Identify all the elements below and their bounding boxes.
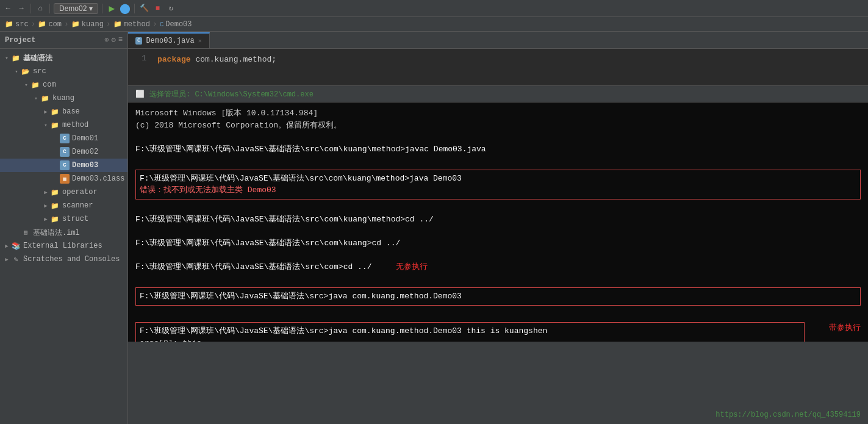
console-line: F:\班级管理\网课班\代码\JavaSE\基础语法\src\com\kuang… bbox=[135, 214, 861, 226]
tree-demo03[interactable]: C Demo03 bbox=[0, 159, 127, 172]
console-title-bar: ⬜ 选择管理员: C:\Windows\System32\cmd.exe bbox=[128, 85, 868, 102]
package-keyword: package bbox=[157, 55, 191, 64]
stop-icon[interactable]: ■ bbox=[152, 3, 163, 14]
breadcrumb-kuang[interactable]: 📁 kuang bbox=[71, 20, 104, 29]
tab-close-button[interactable]: ✕ bbox=[198, 37, 202, 45]
add-icon[interactable]: ⊕ bbox=[104, 35, 109, 45]
console-error-line: 错误：找不到或无法加载主类 Demo03 bbox=[140, 184, 856, 196]
toolbar-sep3 bbox=[102, 4, 102, 13]
annotation-wucan: 无参执行 bbox=[396, 261, 428, 273]
iml-icon: ▤ bbox=[21, 228, 30, 237]
expand-arrow: ▶ bbox=[41, 203, 50, 209]
java-file-icon: C bbox=[60, 134, 70, 143]
folder-icon: 📁 bbox=[38, 20, 46, 28]
settings-icon[interactable]: ⚙ bbox=[112, 35, 116, 45]
build-icon[interactable]: 🔨 bbox=[138, 3, 149, 14]
scanner-label: scanner bbox=[62, 201, 93, 210]
expand-arrow: ▶ bbox=[2, 256, 11, 263]
console-line bbox=[135, 308, 861, 320]
com-label: com bbox=[43, 81, 56, 89]
folder-icon: 📁 bbox=[50, 187, 60, 197]
tree-scratches[interactable]: ▶ ✎ Scratches and Consoles bbox=[0, 253, 127, 266]
extlib-label: External Libraries bbox=[23, 242, 102, 250]
console-line bbox=[135, 202, 861, 214]
tree-method[interactable]: ▾ 📁 method bbox=[0, 118, 127, 132]
forward-icon[interactable]: → bbox=[16, 3, 27, 14]
folder-icon: 📁 bbox=[50, 201, 60, 210]
tree-iml[interactable]: ▤ 基础语法.iml bbox=[0, 226, 127, 239]
java-tab-icon: C bbox=[135, 37, 142, 45]
folder-icon: 📁 bbox=[11, 53, 21, 63]
home-icon[interactable]: ⌂ bbox=[35, 3, 46, 14]
run-button[interactable]: ▶ bbox=[106, 3, 117, 14]
operator-label: operator bbox=[62, 188, 98, 196]
console-line: F:\班级管理\网课班\代码\JavaSE\基础语法\src\com>cd ..… bbox=[135, 261, 371, 273]
scratches-icon: ✎ bbox=[11, 254, 21, 264]
folder-icon: 📁 bbox=[40, 93, 50, 103]
expand-arrow: ▾ bbox=[12, 68, 21, 75]
expand-arrow: ▶ bbox=[41, 109, 50, 115]
editor-content[interactable]: package com.kuang.method; bbox=[152, 54, 868, 81]
tree-root[interactable]: ▾ 📁 基础语法 bbox=[0, 51, 127, 65]
src-folder-icon: 📂 bbox=[21, 66, 30, 76]
expand-arrow: ▾ bbox=[2, 55, 11, 62]
console-line: F:\班级管理\网课班\代码\JavaSE\基础语法\src\com\kuang… bbox=[135, 143, 861, 156]
right-content: C Demo03.java ✕ 1 package com.kuang.meth… bbox=[128, 32, 868, 424]
java-file-icon: C bbox=[160, 21, 164, 28]
tree-extlib[interactable]: ▶ 📚 External Libraries bbox=[0, 239, 127, 253]
tree-scanner[interactable]: ▶ 📁 scanner bbox=[0, 199, 127, 212]
update-icon[interactable]: ↻ bbox=[165, 3, 176, 14]
expand-arrow: ▶ bbox=[2, 243, 11, 250]
tree-com[interactable]: ▾ 📁 com bbox=[0, 78, 127, 92]
struct-label: struct bbox=[62, 215, 88, 223]
chevron-down-icon: ▾ bbox=[89, 4, 93, 13]
tree-demo03-class[interactable]: ▦ Demo03.class bbox=[0, 172, 127, 185]
lib-icon: 📚 bbox=[11, 241, 21, 251]
editor-area: 1 package com.kuang.method; bbox=[128, 49, 868, 85]
tab-demo03[interactable]: C Demo03.java ✕ bbox=[128, 32, 210, 48]
breadcrumb: 📁 src › 📁 com › 📁 kuang › 📁 method › C D… bbox=[0, 17, 868, 32]
console-line: F:\班级管理\网课班\代码\JavaSE\基础语法\src>java com.… bbox=[140, 290, 856, 303]
console-line: Microsoft Windows [版本 10.0.17134.984] bbox=[135, 107, 861, 120]
tree-demo01[interactable]: C Demo01 bbox=[0, 132, 127, 145]
console-wrapper: ⬜ 选择管理员: C:\Windows\System32\cmd.exe Mic… bbox=[128, 85, 868, 342]
tree-demo02[interactable]: C Demo02 bbox=[0, 145, 127, 159]
folder-icon: 📁 bbox=[50, 214, 60, 224]
debug-button[interactable]: ⬤ bbox=[120, 3, 131, 14]
panel-header: Project ⊕ ⚙ ≡ bbox=[0, 32, 127, 49]
iml-label: 基础语法.iml bbox=[33, 228, 80, 238]
folder-icon: 📁 bbox=[113, 20, 122, 28]
panel-title: Project bbox=[5, 36, 35, 45]
console-line: F:\班级管理\网课班\代码\JavaSE\基础语法\src>java com.… bbox=[140, 325, 800, 337]
folder-icon: 📁 bbox=[30, 80, 40, 90]
console-body[interactable]: Microsoft Windows [版本 10.0.17134.984] (c… bbox=[128, 102, 868, 342]
toolbar-sep1 bbox=[30, 4, 31, 13]
breadcrumb-com[interactable]: 📁 com bbox=[38, 20, 62, 29]
tree-kuang[interactable]: ▾ 📁 kuang bbox=[0, 92, 127, 105]
breadcrumb-method[interactable]: 📁 method bbox=[113, 20, 150, 29]
folder-icon: 📁 bbox=[50, 120, 60, 130]
breadcrumb-demo03[interactable]: C Demo03 bbox=[160, 20, 192, 29]
breadcrumb-src[interactable]: 📁 src bbox=[5, 20, 29, 29]
tree-src[interactable]: ▾ 📂 src bbox=[0, 65, 127, 78]
tab-bar: C Demo03.java ✕ bbox=[128, 32, 868, 49]
demo01-label: Demo01 bbox=[72, 134, 98, 143]
project-selector[interactable]: Demo02 ▾ bbox=[54, 3, 98, 14]
scratches-label: Scratches and Consoles bbox=[23, 255, 120, 264]
expand-arrow: ▶ bbox=[41, 189, 50, 196]
console-line bbox=[135, 273, 861, 286]
tree-operator[interactable]: ▶ 📁 operator bbox=[0, 185, 127, 199]
method-label: method bbox=[62, 121, 88, 129]
console-line bbox=[135, 155, 861, 167]
watermark: https://blog.csdn.net/qq_43594119 bbox=[716, 411, 861, 419]
menu-icon[interactable]: ≡ bbox=[118, 35, 123, 45]
console-line: F:\班级管理\网课班\代码\JavaSE\基础语法\src\com\kuang… bbox=[140, 173, 856, 185]
demo03-class-label: Demo03.class bbox=[72, 174, 124, 183]
tree-base[interactable]: ▶ 📁 base bbox=[0, 105, 127, 118]
demo02-label: Demo02 bbox=[72, 148, 98, 156]
console-line: (c) 2018 Microsoft Corporation。保留所有权利。 bbox=[135, 120, 861, 132]
folder-icon: 📁 bbox=[50, 107, 60, 117]
back-icon[interactable]: ← bbox=[2, 3, 13, 14]
tree-struct[interactable]: ▶ 📁 struct bbox=[0, 212, 127, 226]
tab-label: Demo03.java bbox=[146, 37, 194, 45]
